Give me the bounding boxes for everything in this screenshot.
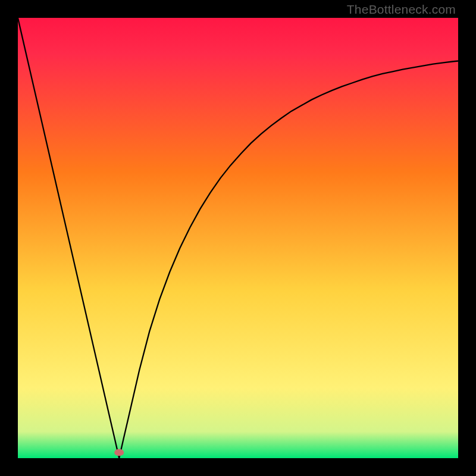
chart-svg — [18, 18, 458, 458]
chart-container: TheBottleneck.com — [0, 0, 476, 476]
watermark-text: TheBottleneck.com — [347, 2, 456, 17]
minimum-point-marker — [114, 449, 124, 456]
gradient-background — [18, 18, 458, 458]
plot-area — [18, 18, 458, 458]
